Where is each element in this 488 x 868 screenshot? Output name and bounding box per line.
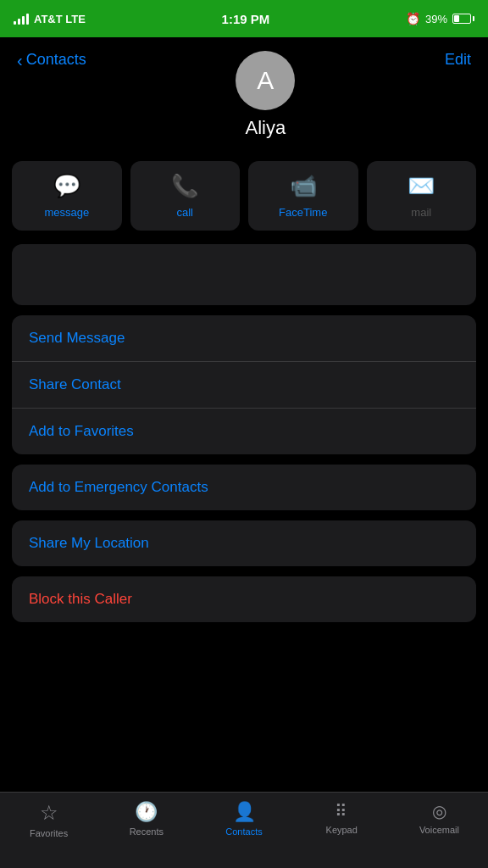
contacts-tab-icon: 👤 xyxy=(233,801,256,823)
tab-favorites[interactable]: ☆ Favorites xyxy=(0,801,97,838)
contact-info: A Aliya xyxy=(236,51,295,139)
action-buttons-row: 💬 message 📞 call 📹 FaceTime ✉️ mail xyxy=(0,147,488,244)
recents-tab-icon: 🕐 xyxy=(135,801,158,823)
signal-icon xyxy=(14,13,29,25)
actions-group-2: Add to Emergency Contacts xyxy=(12,465,476,510)
message-label: message xyxy=(44,206,89,219)
battery-icon xyxy=(452,14,474,24)
alarm-icon: ⏰ xyxy=(406,12,420,25)
add-favorites-button[interactable]: Add to Favorites xyxy=(12,409,476,454)
call-label: call xyxy=(176,206,193,219)
share-location-label: Share My Location xyxy=(29,535,149,552)
keypad-tab-icon: ⠿ xyxy=(335,801,348,821)
back-chevron-icon: ‹ xyxy=(17,52,23,69)
nav-header: ‹ Contacts A Aliya Edit xyxy=(0,37,488,147)
voicemail-tab-icon: ◎ xyxy=(432,801,446,821)
phone-number-card xyxy=(12,244,476,305)
call-icon: 📞 xyxy=(171,173,198,199)
voicemail-tab-label: Voicemail xyxy=(419,825,459,835)
status-left: AT&T LTE xyxy=(14,13,86,25)
facetime-icon: 📹 xyxy=(290,173,317,199)
facetime-label: FaceTime xyxy=(279,206,327,219)
tab-voicemail[interactable]: ◎ Voicemail xyxy=(391,801,488,835)
avatar: A xyxy=(236,51,295,110)
contacts-tab-label: Contacts xyxy=(225,826,262,837)
share-contact-label: Share Contact xyxy=(29,376,121,393)
send-message-label: Send Message xyxy=(29,330,125,347)
contact-name: Aliya xyxy=(246,117,286,139)
block-caller-label: Block this Caller xyxy=(29,591,132,608)
message-icon: 💬 xyxy=(53,173,80,199)
call-button[interactable]: 📞 call xyxy=(130,161,241,231)
status-bar: AT&T LTE 1:19 PM ⏰ 39% xyxy=(0,0,488,37)
share-location-button[interactable]: Share My Location xyxy=(12,520,476,566)
actions-group-3: Share My Location xyxy=(12,520,476,566)
add-emergency-label: Add to Emergency Contacts xyxy=(29,479,208,496)
battery-pct: 39% xyxy=(425,13,447,25)
carrier-label: AT&T LTE xyxy=(34,13,86,25)
share-contact-button[interactable]: Share Contact xyxy=(12,362,476,409)
mail-button[interactable]: ✉️ mail xyxy=(367,161,477,231)
tab-keypad[interactable]: ⠿ Keypad xyxy=(293,801,391,835)
actions-group-1: Send Message Share Contact Add to Favori… xyxy=(12,315,476,454)
time-label: 1:19 PM xyxy=(222,12,270,26)
block-caller-button[interactable]: Block this Caller xyxy=(12,576,476,622)
status-right: ⏰ 39% xyxy=(406,12,474,25)
back-label: Contacts xyxy=(26,51,86,69)
mail-icon: ✉️ xyxy=(408,173,435,199)
add-emergency-button[interactable]: Add to Emergency Contacts xyxy=(12,465,476,510)
message-button[interactable]: 💬 message xyxy=(12,161,122,231)
send-message-button[interactable]: Send Message xyxy=(12,315,476,362)
tab-recents[interactable]: 🕐 Recents xyxy=(97,801,195,837)
recents-tab-label: Recents xyxy=(130,826,164,837)
edit-button[interactable]: Edit xyxy=(445,51,471,69)
favorites-tab-label: Favorites xyxy=(30,828,68,838)
tab-contacts[interactable]: 👤 Contacts xyxy=(195,801,292,837)
add-favorites-label: Add to Favorites xyxy=(29,423,134,440)
avatar-initial: A xyxy=(257,66,274,95)
actions-group-4: Block this Caller xyxy=(12,576,476,622)
facetime-button[interactable]: 📹 FaceTime xyxy=(248,161,358,231)
favorites-tab-icon: ☆ xyxy=(40,801,58,825)
keypad-tab-label: Keypad xyxy=(326,825,358,835)
back-button[interactable]: ‹ Contacts xyxy=(17,51,86,69)
mail-label: mail xyxy=(411,206,431,219)
tab-bar: ☆ Favorites 🕐 Recents 👤 Contacts ⠿ Keypa… xyxy=(0,792,488,868)
